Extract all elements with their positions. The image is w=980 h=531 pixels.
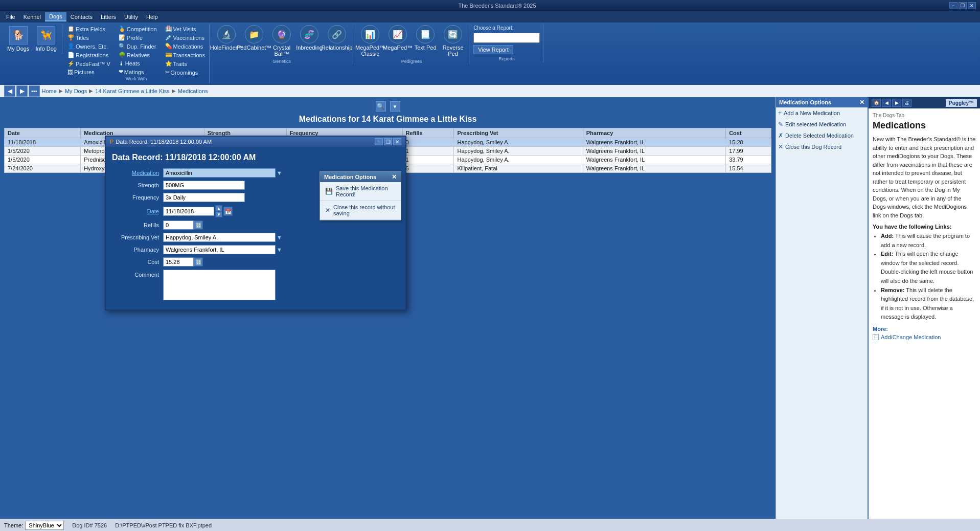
relatives-label: Relatives (127, 52, 150, 58)
my-dogs-button[interactable]: 🐕 My Dogs (5, 25, 31, 53)
reverse-ped-button[interactable]: 🔄 Reverse Ped (440, 25, 466, 57)
view-report-button[interactable]: View Report (473, 45, 513, 54)
help-back-button[interactable]: ◀ (882, 99, 891, 107)
pictures-link[interactable]: 🖼Pictures (66, 69, 111, 76)
col-refills[interactable]: Refills (402, 128, 454, 138)
breadcrumb-dog-name[interactable]: 14 Karat Gimmee a Little Kiss (95, 88, 170, 94)
owners-link[interactable]: 👤Owners, Etc. (66, 42, 111, 50)
table-row[interactable]: 1/5/2020 Prednisone 333MG Daily 1 Happyd… (5, 156, 771, 164)
table-row[interactable]: 11/18/2018 Amoxicillin 500MG 3x Daily 0 … (5, 138, 771, 147)
help-home-button[interactable]: 🏠 (872, 99, 881, 107)
help-print-button[interactable]: 🖨 (902, 99, 911, 107)
col-medication[interactable]: Medication (81, 128, 204, 138)
help-list-edit: Edit: This will open the change window f… (881, 250, 976, 285)
breadcrumb-nav: ◀ ▶ ••• (4, 85, 40, 97)
forward-button[interactable]: ▶ (16, 85, 28, 97)
dup-finder-link[interactable]: 🔍Dup. Finder (118, 42, 158, 50)
relationship-button[interactable]: 🔗 Relationship (324, 25, 350, 57)
vet-visits-link[interactable]: 🏥Vet Visits (164, 25, 207, 33)
megaped-icon: 📈 (389, 25, 407, 43)
content-panel: 🔍 ▼ Medications for 14 Karat Gimmee a Li… (0, 97, 776, 525)
text-ped-button[interactable]: 📃 Text Ped (413, 25, 438, 57)
report-selector[interactable] (473, 33, 540, 43)
close-dog-record-item[interactable]: ✕ Close this Dog Record (776, 141, 868, 152)
add-change-medication-link[interactable]: □ Add/Change Medication (873, 334, 976, 340)
toolbar-mydog-group: 🐕 My Dogs 🦮 Info Dog (2, 24, 62, 54)
medication-options-panel: Medication Options ✕ + Add a New Medicat… (776, 97, 868, 525)
back-button[interactable]: ◀ (4, 85, 15, 97)
relatives-link[interactable]: 🌳Relatives (118, 51, 158, 59)
matings-link[interactable]: ❤Matings (118, 68, 158, 76)
theme-label: Theme: (4, 522, 23, 528)
megaped-classic-button[interactable]: 📊 MegaPed™ Classic (357, 25, 383, 57)
col-cost[interactable]: Cost (726, 128, 771, 138)
pedsfast-link[interactable]: ⚡PedsFast™ V (66, 60, 111, 68)
inbreeding-button[interactable]: 🧬 Inbreeding (297, 25, 322, 57)
holefinder-button[interactable]: 🔬 HoleFinder™ (214, 25, 239, 57)
help-text-1: New with The Breeder's Standard® is the … (873, 135, 976, 219)
reports-label: Reports (498, 56, 515, 61)
add-medication-item[interactable]: + Add a New Medication (776, 107, 868, 119)
medication-options-close[interactable]: ✕ (859, 99, 864, 106)
delete-icon: ✗ (778, 132, 783, 139)
megaped-button[interactable]: 📈 MegaPed™ (385, 25, 411, 57)
menu-help[interactable]: Help (142, 13, 162, 21)
col-frequency[interactable]: Frequency (286, 128, 402, 138)
dog-id-status: Dog ID# 7526 (72, 522, 107, 528)
pedcabinet-button[interactable]: 📁 PedCabinet™ (241, 25, 267, 57)
delete-medication-item[interactable]: ✗ Delete Selected Medication (776, 130, 868, 141)
edit-icon: ✎ (778, 121, 783, 128)
page-title: Medications for 14 Karat Gimmee a Little… (4, 115, 771, 124)
table-row[interactable]: 1/5/2020 Metoprolol 100MG 2x Daily 1 Hap… (5, 147, 771, 156)
minimize-button[interactable]: − (949, 2, 958, 9)
restore-button[interactable]: ❐ (959, 2, 967, 9)
puggley-tab[interactable]: Puggley™ (946, 99, 977, 107)
menu-utility[interactable]: Utility (120, 13, 142, 21)
col-prescribing-vet[interactable]: Prescribing Vet (454, 128, 583, 138)
inbreeding-icon: 🧬 (300, 25, 318, 43)
dog-info-button[interactable]: 🦮 Info Dog (33, 25, 59, 53)
more-nav-button[interactable]: ••• (29, 85, 40, 97)
groomings-link[interactable]: ✂Groomings (164, 69, 207, 76)
menu-litters[interactable]: Litters (97, 13, 120, 21)
menu-dogs[interactable]: Dogs (45, 12, 66, 21)
breadcrumb-bar: ◀ ▶ ••• Home ▶ My Dogs ▶ 14 Karat Gimmee… (0, 85, 980, 97)
close-button[interactable]: ✕ (968, 2, 976, 9)
breadcrumb-medications[interactable]: Medications (178, 88, 208, 94)
filter-button[interactable]: ▼ (390, 101, 400, 112)
competition-link[interactable]: 🥇Competition (118, 25, 158, 33)
reports-section: Choose a Report: View Report Reports (470, 24, 543, 62)
help-list-add: Add: This will cause the program to add … (881, 232, 976, 250)
help-more-label: More: (873, 326, 976, 332)
crystal-ball-button[interactable]: 🔮 Crystal Ball™ (269, 25, 294, 57)
transactions-link[interactable]: 💳Transactions (164, 51, 207, 59)
col-strength[interactable]: Strength (204, 128, 286, 138)
pedcabinet-icon: 📁 (245, 25, 263, 43)
registrations-link[interactable]: 📄Registrations (66, 51, 111, 59)
menu-kennel[interactable]: Kennel (19, 13, 45, 21)
profile-link[interactable]: 📝Profile (118, 34, 158, 41)
title-bar: The Breeder's Standard® 2025 − ❐ ✕ (0, 0, 980, 11)
profile-label: Profile (127, 35, 143, 41)
edit-medication-item[interactable]: ✎ Edit selected Medication (776, 119, 868, 130)
search-button[interactable]: 🔍 (376, 101, 386, 112)
titles-link[interactable]: 🏆Titles (66, 34, 111, 41)
medications-link[interactable]: 💊Medications (164, 42, 207, 50)
extra-fields-link[interactable]: 📋Extra Fields (66, 25, 111, 33)
close-dog-icon: ✕ (778, 143, 783, 150)
menu-file[interactable]: File (2, 13, 19, 21)
reverse-ped-icon: 🔄 (444, 25, 462, 43)
traits-link[interactable]: ⭐Traits (164, 60, 207, 68)
vaccinations-link[interactable]: 💉Vaccinations (164, 34, 207, 41)
main-area: 🔍 ▼ Medications for 14 Karat Gimmee a Li… (0, 97, 980, 525)
help-forward-button[interactable]: ▶ (892, 99, 901, 107)
breadcrumb-home[interactable]: Home (42, 88, 57, 94)
table-row[interactable]: 7/24/2020 Hydroxycholroquine 200 mg tabs… (5, 164, 771, 173)
medications-table: Date Medication Strength Frequency Refil… (4, 128, 771, 173)
col-date[interactable]: Date (5, 128, 81, 138)
heats-link[interactable]: 🌡Heats (118, 60, 158, 67)
breadcrumb-my-dogs[interactable]: My Dogs (65, 88, 87, 94)
col-pharmacy[interactable]: Pharmacy (583, 128, 725, 138)
theme-selector[interactable]: ShinyBlue (25, 521, 64, 530)
menu-contacts[interactable]: Contacts (66, 13, 97, 21)
